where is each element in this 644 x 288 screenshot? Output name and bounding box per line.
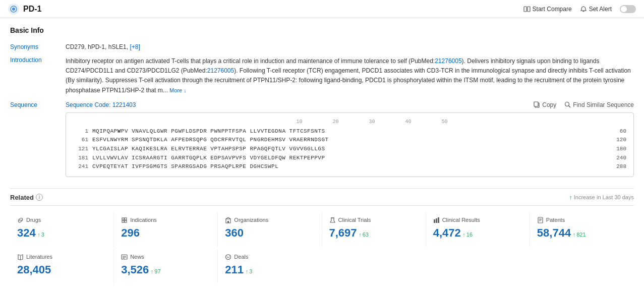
card-news[interactable]: News 3,526 97 [114, 249, 218, 283]
increase-label: ↑ Increase in Last 30 days [569, 194, 634, 201]
indications-icon [121, 217, 128, 223]
more-link[interactable]: More ↓ [169, 87, 187, 93]
svg-rect-19 [434, 219, 435, 223]
svg-rect-5 [534, 102, 538, 106]
svg-rect-10 [122, 218, 124, 220]
toggle-switch[interactable] [620, 5, 636, 13]
card-clinical-trials[interactable]: Clinical Trials 7,697 63 [322, 212, 426, 247]
sequence-row: Sequence Sequence Code: 1221403 Copy [10, 98, 634, 180]
page-title: PD-1 [23, 5, 41, 14]
patent-icon [537, 217, 544, 223]
svg-point-31 [226, 254, 231, 259]
svg-rect-20 [436, 218, 437, 223]
synonyms-label: Synonyms [10, 40, 66, 53]
info-table: Synonyms CD279, hPD-1, hSLE1, [+8] Intro… [10, 40, 634, 180]
find-similar-button[interactable]: Find Similar Sequence [564, 101, 634, 108]
news-icon [121, 254, 128, 260]
seq-line-4: 181 LVLLVWVLAV ICSRAARGTI GARRTGQPLK EDP… [73, 154, 626, 163]
synonyms-row: Synonyms CD279, hPD-1, hSLE1, [+8] [10, 40, 634, 53]
set-alert-button[interactable]: Set Alert [580, 6, 612, 13]
topbar-left: PD-1 [8, 4, 41, 15]
sequence-actions: Copy Find Similar Sequence [534, 101, 634, 108]
introduction-label: Introduction [10, 53, 66, 98]
compare-icon [523, 6, 531, 13]
seq-line-3: 121 YLCGAISLAP KAQIKESLRA ELRVTERRAE VPT… [73, 145, 626, 154]
sequence-box: 10 20 30 40 50 1 MQIPQAPWPV VNAVLQLGWR P… [66, 112, 634, 177]
related-cards-row2: Literatures 28,405 News 3,5 [10, 249, 634, 283]
search-icon [564, 101, 571, 108]
seq-line-2: 61 ESFVLNWYRM SPSNQTDKLA AFPEDRSQPG QDCR… [73, 136, 626, 145]
topbar-right: Start Compare Set Alert [523, 5, 636, 13]
synonyms-value: CD279, hPD-1, hSLE1, [+8] [66, 40, 634, 53]
svg-point-6 [565, 102, 569, 106]
svg-rect-21 [438, 217, 439, 223]
card-organizations[interactable]: Organizations 360 [218, 212, 322, 247]
related-title: Related i [10, 194, 43, 201]
start-compare-button[interactable]: Start Compare [523, 6, 572, 13]
topbar: PD-1 Start Compare Set Alert [0, 0, 644, 18]
building-icon [225, 217, 231, 223]
card-patents[interactable]: Patents 58,744 821 [530, 212, 634, 247]
svg-rect-12 [122, 220, 124, 222]
app-logo [8, 4, 19, 15]
card-deals[interactable]: Deals 211 3 [218, 249, 322, 283]
seq-line-5: 241 CVPEQTEYAT IVFPSGMGTS SPARRGSADG PRS… [73, 162, 626, 171]
svg-line-7 [569, 106, 571, 108]
sequence-label: Sequence [10, 98, 66, 180]
seq-line-1: 1 MQIPQAPWPV VNAVLQLGWR PGWFLDSPDR PWNPP… [73, 127, 626, 136]
deals-icon [225, 254, 231, 260]
card-indications[interactable]: Indications 296 [114, 212, 218, 247]
introduction-row: Introduction Inhibitory receptor on anti… [10, 53, 634, 98]
chart-icon [433, 217, 440, 223]
synonyms-more-link[interactable]: [+8] [130, 43, 140, 50]
alert-icon [580, 6, 587, 13]
card-drugs[interactable]: Drugs 324 3 [10, 212, 114, 247]
sequence-content: Sequence Code: 1221403 Copy [66, 98, 634, 180]
related-section: Related i ↑ Increase in Last 30 days Dru… [10, 188, 634, 283]
sequence-header: Sequence Code: 1221403 Copy [66, 101, 634, 108]
related-header: Related i ↑ Increase in Last 30 days [10, 189, 634, 206]
related-cards-row1: Drugs 324 3 Indications [10, 212, 634, 247]
flask-icon [329, 217, 336, 223]
svg-rect-11 [125, 218, 127, 220]
book-icon [17, 254, 24, 260]
card-literatures[interactable]: Literatures 28,405 [10, 249, 114, 283]
copy-icon [534, 101, 540, 108]
svg-rect-17 [227, 221, 229, 223]
card-clinical-results[interactable]: Clinical Results 4,472 16 [426, 212, 530, 247]
copy-button[interactable]: Copy [534, 101, 556, 108]
svg-rect-13 [125, 220, 127, 222]
introduction-text: Inhibitory receptor on antigen activated… [66, 53, 634, 98]
svg-rect-3 [528, 7, 530, 12]
sequence-code[interactable]: Sequence Code: 1221403 [66, 101, 136, 108]
sequence-ruler: 10 20 30 40 50 [73, 118, 626, 126]
main-content: Basic Info Synonyms CD279, hPD-1, hSLE1,… [0, 18, 644, 288]
pubmed-link-1[interactable]: 21276005 [435, 57, 461, 65]
svg-rect-2 [524, 7, 526, 12]
svg-point-1 [12, 8, 15, 11]
related-info-icon[interactable]: i [36, 194, 43, 201]
pubmed-link-2[interactable]: 21276005 [207, 67, 234, 74]
pill-icon [17, 217, 24, 223]
basic-info-title: Basic Info [10, 26, 634, 34]
